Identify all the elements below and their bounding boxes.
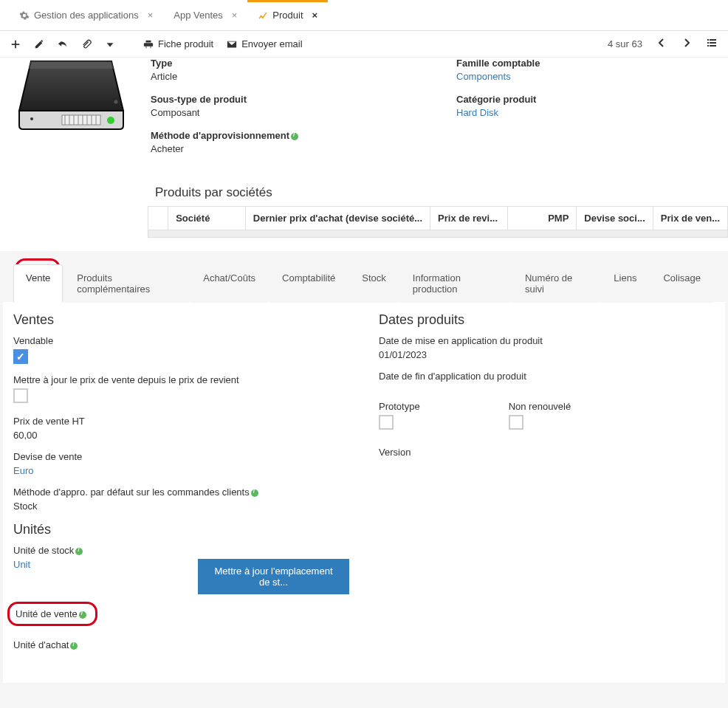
pager-text: 4 sur 63 <box>608 38 642 49</box>
print-button[interactable]: Fiche produit <box>143 38 213 49</box>
subtab-tracking[interactable]: Numéro de suivi <box>512 264 600 303</box>
type-label: Type <box>151 58 412 69</box>
subtab-stock[interactable]: Stock <box>349 264 399 303</box>
table-header-row: Société Dernier prix d'achat (devise soc… <box>148 207 728 230</box>
sales-heading: Ventes <box>13 312 349 328</box>
subtype-label: Sous-type de produit <box>151 94 412 105</box>
attachment-button[interactable] <box>81 39 92 49</box>
tab-product-label: Produit <box>272 10 303 21</box>
close-icon[interactable]: × <box>232 10 238 21</box>
top-tabstrip: Gestion des applications × App Ventes × … <box>0 0 728 31</box>
subtab-complementary[interactable]: Produits complémentaires <box>64 264 189 303</box>
col-cost-price[interactable]: Prix de revi... <box>430 207 508 230</box>
chart-icon <box>258 10 268 21</box>
product-image <box>10 58 128 166</box>
subtab-accounting[interactable]: Comptabilité <box>269 264 348 303</box>
col-last-price[interactable]: Dernier prix d'achat (devise société... <box>245 207 430 230</box>
currency-label: Devise de vente <box>13 451 349 462</box>
nonrenewed-checkbox[interactable] <box>509 415 523 430</box>
start-date-value: 01/01/2023 <box>379 349 715 360</box>
prototype-checkbox[interactable] <box>379 415 394 430</box>
info-icon[interactable] <box>79 611 86 619</box>
add-button[interactable] <box>10 39 21 49</box>
col-sale-price[interactable]: Prix de ven... <box>653 207 727 230</box>
hard-disk-icon <box>18 58 125 139</box>
highlight-sale-unit: Unité de vente <box>7 602 97 626</box>
edit-button[interactable] <box>34 39 44 49</box>
close-icon[interactable]: × <box>148 10 154 21</box>
end-date-label: Date de fin d'application du produit <box>379 371 715 382</box>
update-price-checkbox[interactable] <box>13 388 28 403</box>
product-detail: Type Article Sous-type de produit Compos… <box>0 58 728 176</box>
sale-panel: Ventes Vendable Mettre à jour le prix de… <box>3 302 725 683</box>
prev-button[interactable] <box>656 37 667 51</box>
tab-product[interactable]: Produit × <box>247 0 328 30</box>
col-checkbox[interactable] <box>148 207 168 230</box>
price-value: 60,00 <box>13 430 349 441</box>
vendable-checkbox[interactable] <box>13 349 28 364</box>
price-label: Prix de vente HT <box>13 416 349 427</box>
col-company[interactable]: Société <box>168 207 246 230</box>
table-scrollbar[interactable] <box>148 230 728 238</box>
list-view-button[interactable] <box>706 37 718 51</box>
currency-value[interactable]: Euro <box>13 465 349 476</box>
units-heading: Unités <box>13 522 349 537</box>
tab-sales-app-label: App Ventes <box>174 10 223 21</box>
vendable-label: Vendable <box>13 335 349 346</box>
dates-heading: Dates produits <box>379 312 715 328</box>
print-label: Fiche produit <box>158 38 213 49</box>
default-method-label: Méthode d'appro. par défaut sur les comm… <box>13 487 349 498</box>
svg-point-9 <box>107 117 114 124</box>
stock-unit-label: Unité de stock <box>13 545 349 556</box>
category-value[interactable]: Hard Disk <box>456 107 718 118</box>
family-value[interactable]: Components <box>456 71 718 82</box>
sale-unit-label: Unité de vente <box>16 608 86 619</box>
companies-section: Produits par sociétés Société Dernier pr… <box>0 185 728 238</box>
toolbar: Fiche produit Envoyer email 4 sur 63 <box>0 31 728 58</box>
update-price-label: Mettre à jour le prix de vente depuis le… <box>13 374 349 385</box>
companies-title: Produits par sociétés <box>148 185 728 206</box>
dropdown-button[interactable] <box>105 39 115 49</box>
info-icon[interactable] <box>291 133 298 140</box>
info-icon[interactable] <box>70 642 78 650</box>
subtab-sale[interactable]: Vente <box>13 264 63 303</box>
start-date-label: Date de mise en application du produit <box>379 335 715 346</box>
col-currency[interactable]: Devise soci... <box>577 207 653 230</box>
col-pmp[interactable]: PMP <box>507 207 577 230</box>
type-value: Article <box>151 71 412 82</box>
method-label: Méthode d'approvisionnement <box>151 130 412 141</box>
subtab-production[interactable]: Information production <box>400 264 511 303</box>
category-label: Catégorie produit <box>456 94 718 105</box>
subtab-packing[interactable]: Colisage <box>650 264 713 303</box>
email-button[interactable]: Envoyer email <box>227 38 302 49</box>
nonrenewed-label: Non renouvelé <box>509 401 571 412</box>
tab-apps[interactable]: Gestion des applications × <box>9 0 163 30</box>
gear-icon <box>19 10 30 21</box>
update-location-button[interactable]: Mettre à jour l'emplacement de st... <box>198 559 349 594</box>
subtabs: Vente Produits complémentaires Achat/Coû… <box>3 264 725 303</box>
close-icon[interactable]: × <box>312 10 318 21</box>
info-icon[interactable] <box>75 548 83 555</box>
stock-unit-value[interactable]: Unit <box>13 559 183 570</box>
version-label: Version <box>379 447 715 458</box>
default-method-value: Stock <box>13 501 349 512</box>
tab-apps-label: Gestion des applications <box>34 10 139 21</box>
family-label: Famille comptable <box>456 58 718 69</box>
purchase-unit-label: Unité d'achat <box>13 639 349 650</box>
subtab-purchase[interactable]: Achat/Coûts <box>190 264 268 303</box>
svg-point-10 <box>30 117 33 120</box>
tab-sales-app[interactable]: App Ventes × <box>163 0 247 30</box>
next-button[interactable] <box>681 37 693 51</box>
subtab-links[interactable]: Liens <box>601 264 649 303</box>
info-icon[interactable] <box>251 489 258 497</box>
svg-point-11 <box>114 100 118 104</box>
method-value: Acheter <box>151 143 412 154</box>
svg-rect-0 <box>62 115 100 125</box>
subtype-value: Composant <box>151 107 412 118</box>
companies-table: Société Dernier prix d'achat (devise soc… <box>148 206 728 230</box>
undo-button[interactable] <box>58 39 68 49</box>
email-label: Envoyer email <box>241 38 302 49</box>
prototype-label: Prototype <box>379 401 420 412</box>
